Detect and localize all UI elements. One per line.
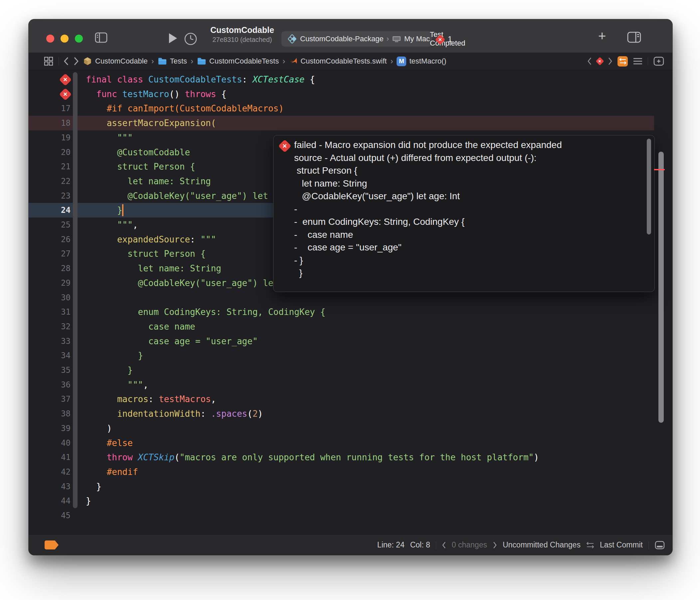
- line-number[interactable]: 34: [29, 348, 71, 363]
- issue-diamond-icon[interactable]: ✕: [596, 57, 604, 65]
- code-line[interactable]: 35 }: [29, 363, 654, 377]
- add-editor-icon[interactable]: [653, 56, 665, 66]
- line-number[interactable]: 22: [29, 174, 71, 189]
- code-line[interactable]: ✕final class CustomCodableTests: XCTestC…: [29, 72, 654, 87]
- line-number[interactable]: 29: [29, 276, 71, 290]
- back-chevron-icon[interactable]: [64, 57, 69, 66]
- editor-options-icon[interactable]: [633, 57, 643, 66]
- run-button[interactable]: [168, 33, 178, 44]
- test-failure-popup: ✕ failed - Macro expansion did not produ…: [273, 135, 655, 292]
- code-line[interactable]: 36 """,: [29, 377, 654, 392]
- code-fold-ribbon[interactable]: [73, 72, 77, 508]
- line-number[interactable]: 24: [29, 203, 71, 217]
- code-line[interactable]: 33 case age = "user_age": [29, 334, 654, 348]
- scheme-name[interactable]: CustomCodable-Package: [300, 34, 383, 43]
- code-line[interactable]: 34 }: [29, 348, 654, 363]
- code-line[interactable]: 43 }: [29, 479, 654, 494]
- run-destination[interactable]: My Mac: [404, 34, 430, 43]
- line-number[interactable]: 40: [29, 436, 71, 450]
- code-line[interactable]: 42 #endif: [29, 465, 654, 479]
- issue-badge[interactable]: ✕ 1: [436, 35, 452, 44]
- error-diamond-icon[interactable]: ✕: [59, 73, 72, 86]
- breadcrumb-label: Tests: [170, 57, 187, 66]
- code-line[interactable]: 45: [29, 508, 654, 523]
- project-title: CustomCodable: [199, 25, 285, 35]
- last-commit-label[interactable]: Last Commit: [600, 541, 643, 549]
- toggle-navigator-sidebar-icon[interactable]: [95, 32, 108, 43]
- line-number[interactable]: 26: [29, 232, 71, 247]
- line-number[interactable]: 37: [29, 392, 71, 407]
- line-number[interactable]: 35: [29, 363, 71, 377]
- minimize-window-button[interactable]: [60, 34, 69, 43]
- code-review-button[interactable]: [618, 56, 628, 67]
- line-number[interactable]: 21: [29, 159, 71, 174]
- line-number[interactable]: 23: [29, 189, 71, 203]
- line-number[interactable]: 19: [29, 130, 71, 145]
- line-number[interactable]: 43: [29, 479, 71, 494]
- line-number[interactable]: 36: [29, 377, 71, 392]
- previous-issue-chevron-icon[interactable]: [587, 57, 592, 65]
- previous-change-chevron-icon[interactable]: [442, 542, 446, 549]
- folder-icon: [158, 57, 167, 65]
- code-text: }: [86, 348, 143, 363]
- code-line[interactable]: 41 throw XCTSkip("macros are only suppor…: [29, 450, 654, 465]
- code-text: """: [86, 130, 133, 145]
- code-line[interactable]: 40 #else: [29, 436, 654, 450]
- forward-chevron-icon[interactable]: [74, 57, 79, 66]
- breadcrumb-item[interactable]: CustomCodable: [83, 56, 148, 66]
- error-diamond-icon[interactable]: ✕: [59, 88, 72, 100]
- line-number[interactable]: 39: [29, 421, 71, 436]
- code-line[interactable]: 39 ): [29, 421, 654, 436]
- next-issue-chevron-icon[interactable]: [608, 57, 612, 65]
- code-text: """,: [86, 377, 148, 392]
- breakpoint-tag-icon[interactable]: [45, 541, 58, 549]
- failure-message: failed - Macro expansion did not produce…: [294, 139, 641, 280]
- code-line[interactable]: 30: [29, 290, 654, 305]
- line-number[interactable]: 32: [29, 319, 71, 334]
- code-text: }: [86, 203, 122, 217]
- code-text: let name: String: [86, 261, 221, 276]
- zoom-window-button[interactable]: [75, 34, 83, 43]
- code-line[interactable]: 18 assertMacroExpansion(: [29, 116, 654, 130]
- line-number[interactable]: 38: [29, 407, 71, 421]
- close-window-button[interactable]: [46, 34, 54, 43]
- code-line[interactable]: 17 #if canImport(CustomCodableMacros): [29, 101, 654, 116]
- toggle-bottom-bar-icon[interactable]: [654, 541, 665, 550]
- line-number[interactable]: 33: [29, 334, 71, 348]
- line-number[interactable]: 45: [29, 508, 71, 523]
- line-number[interactable]: 25: [29, 217, 71, 232]
- breadcrumb-item[interactable]: CustomCodableTests: [197, 57, 279, 66]
- related-items-icon[interactable]: [43, 56, 54, 67]
- uncommitted-changes-label[interactable]: Uncommitted Changes: [503, 541, 580, 549]
- code-line[interactable]: 32 case name: [29, 319, 654, 334]
- line-number[interactable]: 30: [29, 290, 71, 305]
- popup-scrollbar[interactable]: [647, 139, 651, 234]
- code-text: let name: String: [86, 174, 211, 189]
- editor-layout-icon[interactable]: [627, 31, 642, 43]
- line-number[interactable]: 41: [29, 450, 71, 465]
- scrollbar-error-marker[interactable]: [654, 169, 665, 170]
- code-line[interactable]: 38 indentationWidth: .spaces(2): [29, 407, 654, 421]
- line-number[interactable]: 27: [29, 246, 71, 261]
- breadcrumb-item[interactable]: Tests: [158, 57, 187, 66]
- line-number[interactable]: 42: [29, 465, 71, 479]
- line-number[interactable]: 17: [29, 101, 71, 116]
- divider: [648, 541, 649, 549]
- breadcrumb-item[interactable]: CustomCodableTests.swift: [289, 57, 386, 66]
- code-line[interactable]: 44}: [29, 494, 654, 508]
- code-line[interactable]: 31 enum CodingKeys: String, CodingKey {: [29, 305, 654, 319]
- breadcrumb-item[interactable]: MtestMacro(): [397, 56, 446, 66]
- code-text: macros: testMacros,: [86, 392, 216, 407]
- line-number[interactable]: 44: [29, 494, 71, 508]
- editor-scrollbar[interactable]: [658, 152, 664, 423]
- line-number[interactable]: 18: [29, 116, 71, 130]
- code-line[interactable]: ✕ func testMacro() throws {: [29, 87, 654, 101]
- scheme-selector[interactable]: CustomCodable-Package › My Mac Test Comp…: [281, 31, 432, 47]
- line-number[interactable]: 28: [29, 261, 71, 276]
- code-text: }: [86, 479, 101, 494]
- library-add-button[interactable]: +: [598, 29, 606, 44]
- code-line[interactable]: 37 macros: testMacros,: [29, 392, 654, 407]
- next-change-chevron-icon[interactable]: [493, 542, 497, 549]
- line-number[interactable]: 31: [29, 305, 71, 319]
- line-number[interactable]: 20: [29, 145, 71, 160]
